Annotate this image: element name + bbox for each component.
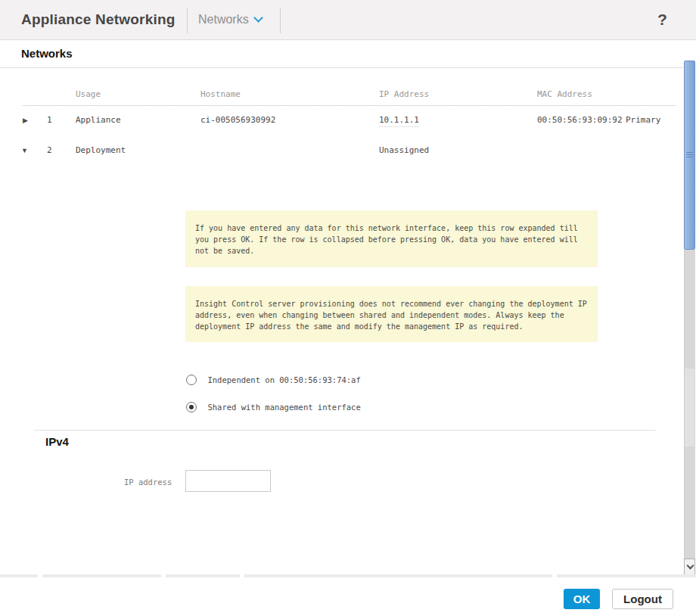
logout-button[interactable]: Logout — [612, 589, 673, 609]
row-hostname: ci-005056930992 — [200, 115, 275, 125]
appliance-networking-window: Appliance Networking Networks ? Networks… — [0, 0, 696, 616]
row-ip: Unassigned — [379, 145, 429, 155]
collapse-arrow-icon[interactable]: ▼ — [21, 147, 28, 154]
row-number: 1 — [47, 115, 52, 125]
row-usage: Appliance — [76, 115, 121, 125]
ip-address-input[interactable] — [185, 470, 271, 492]
header-divider — [187, 8, 188, 33]
note-line: you press OK. If the row is collapsed be… — [195, 234, 590, 245]
radio-button-icon[interactable] — [186, 375, 197, 385]
scrollbar-thumb[interactable] — [684, 61, 695, 250]
row-mac: 00:50:56:93:09:92 — [537, 115, 623, 125]
page-title: Appliance Networking — [21, 11, 176, 28]
note-box-deployment-ip: Insight Control server provisioning does… — [185, 286, 598, 342]
primary-badge: Primary — [626, 115, 660, 125]
scrollbar-inner-thumb — [685, 369, 694, 446]
note-line: deployment IP address the same and modif… — [195, 321, 590, 332]
ipv4-heading: IPv4 — [45, 435, 69, 448]
expand-arrow-icon[interactable]: ▶ — [23, 117, 28, 124]
header-divider — [280, 8, 281, 33]
note-box-expanded-row: If you have entered any data for this ne… — [185, 210, 598, 267]
chevron-down-icon — [687, 562, 694, 570]
note-line: Insight Control server provisioning does… — [195, 298, 590, 310]
note-line: not be saved. — [195, 245, 590, 257]
help-icon[interactable]: ? — [657, 11, 667, 29]
radio-shared-label: Shared with management interface — [207, 403, 360, 412]
column-header-usage: Usage — [76, 89, 101, 99]
app-header: Appliance Networking Networks ? — [0, 0, 696, 40]
column-header-mac: MAC Address — [537, 89, 592, 99]
section-title-networks: Networks — [21, 47, 73, 60]
networks-menu-button[interactable]: Networks — [198, 13, 262, 26]
table-row-deployment[interactable]: ▼ 2 Deployment Unassigned — [0, 145, 683, 159]
chevron-down-icon — [253, 13, 263, 23]
scrollbar-down-button[interactable] — [684, 558, 695, 575]
note-line: If you have entered any data for this ne… — [195, 222, 590, 234]
row-usage: Deployment — [76, 145, 126, 155]
ip-address-label: IP address — [124, 478, 172, 487]
column-header-hostname: Hostname — [200, 89, 241, 99]
ok-button[interactable]: OK — [564, 589, 600, 609]
networks-menu-label: Networks — [198, 13, 249, 26]
row-number: 2 — [47, 145, 52, 155]
note-line: address, even when changing between shar… — [195, 310, 590, 321]
row-ip: 10.1.1.1 — [379, 115, 419, 127]
radio-button-selected-icon[interactable] — [186, 402, 197, 412]
table-header-separator — [23, 105, 676, 106]
column-header-ip: IP Address — [379, 89, 429, 99]
section-divider — [0, 67, 683, 68]
radio-independent[interactable]: Independent on 00:50:56:93:74:af — [186, 372, 361, 386]
bottom-divider-bar — [0, 574, 696, 577]
grip-icon — [686, 152, 693, 158]
radio-independent-label: Independent on 00:50:56:93:74:af — [207, 375, 360, 384]
radio-shared[interactable]: Shared with management interface — [186, 400, 361, 413]
table-row-appliance[interactable]: ▶ 1 Appliance ci-005056930992 10.1.1.1 0… — [0, 115, 683, 129]
ipv4-divider — [34, 430, 656, 431]
